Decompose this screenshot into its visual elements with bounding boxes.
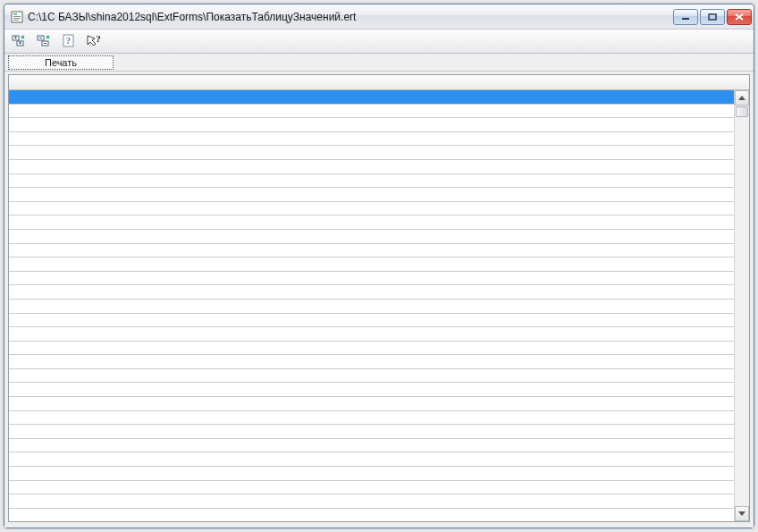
table-row[interactable] [9, 272, 734, 286]
table-body [9, 90, 749, 521]
whats-this-icon[interactable]: ? [85, 32, 103, 50]
table-row[interactable] [9, 202, 734, 216]
table-row[interactable] [9, 452, 734, 467]
scroll-down-icon[interactable] [735, 506, 749, 521]
table-row[interactable] [9, 467, 734, 481]
svg-rect-3 [13, 18, 21, 19]
window-buttons [673, 9, 752, 25]
svg-rect-2 [13, 16, 21, 17]
table-row[interactable] [9, 90, 734, 105]
table-row[interactable] [9, 300, 734, 314]
subbar: Печать [4, 54, 754, 72]
minimize-button[interactable] [673, 9, 698, 25]
table-row[interactable] [9, 369, 734, 384]
app-icon [10, 10, 24, 24]
table-row[interactable] [9, 327, 734, 342]
table-row[interactable] [9, 425, 734, 439]
table-grid[interactable] [8, 74, 750, 522]
svg-rect-6 [709, 14, 716, 20]
maximize-button[interactable] [700, 9, 725, 25]
table-header[interactable] [9, 75, 749, 90]
table-row[interactable] [9, 132, 734, 147]
table-row[interactable] [9, 244, 734, 258]
table-row[interactable] [9, 355, 734, 369]
table-row[interactable] [9, 174, 734, 189]
titlebar: C:\1C БАЗЫ\shina2012sql\ExtForms\Показат… [4, 4, 754, 30]
table-row[interactable] [9, 439, 734, 453]
table-row[interactable] [9, 397, 734, 411]
table-row[interactable] [9, 188, 734, 202]
close-button[interactable] [727, 9, 752, 25]
table-row[interactable] [9, 285, 734, 300]
table-rows[interactable] [9, 90, 734, 521]
expand-all-icon[interactable] [10, 32, 28, 50]
body-area [4, 72, 754, 528]
app-window: C:\1C БАЗЫ\shina2012sql\ExtForms\Показат… [4, 4, 754, 528]
scroll-thumb[interactable] [736, 106, 748, 117]
svg-rect-4 [13, 20, 19, 21]
table-row[interactable] [9, 160, 734, 174]
table-row[interactable] [9, 494, 734, 509]
collapse-all-icon[interactable] [35, 32, 53, 50]
table-row[interactable] [9, 481, 734, 495]
table-row[interactable] [9, 105, 734, 119]
svg-rect-5 [682, 18, 689, 20]
vertical-scrollbar[interactable] [734, 90, 749, 521]
svg-rect-1 [13, 13, 17, 15]
scroll-up-icon[interactable] [735, 90, 749, 106]
table-row[interactable] [9, 411, 734, 426]
table-row[interactable] [9, 342, 734, 356]
table-row[interactable] [9, 383, 734, 397]
table-row[interactable] [9, 146, 734, 160]
svg-text:?: ? [66, 36, 71, 46]
svg-text:?: ? [96, 34, 101, 44]
table-row[interactable] [9, 215, 734, 230]
toolbar: ? ? [4, 30, 754, 54]
window-title: C:\1C БАЗЫ\shina2012sql\ExtForms\Показат… [28, 11, 673, 23]
table-row[interactable] [9, 230, 734, 244]
table-row[interactable] [9, 118, 734, 132]
print-button[interactable]: Печать [8, 55, 114, 70]
table-row[interactable] [9, 258, 734, 272]
help-icon[interactable]: ? [60, 32, 78, 50]
table-row[interactable] [9, 314, 734, 328]
